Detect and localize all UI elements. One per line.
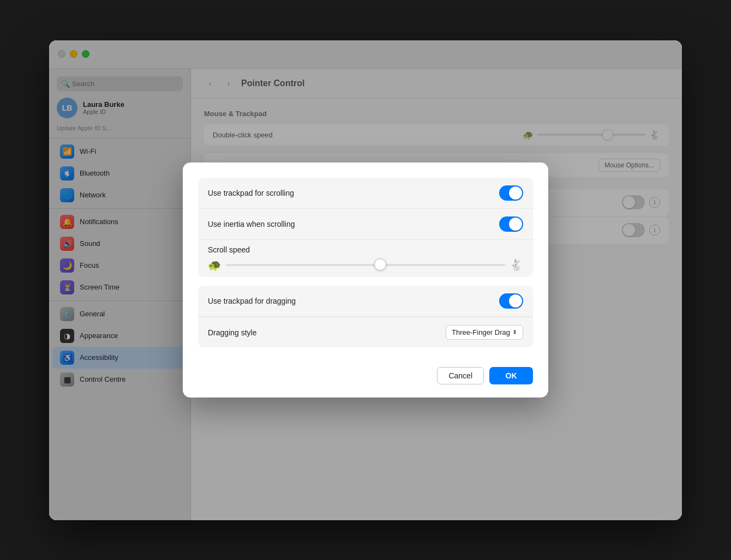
scrolling-section: Use trackpad for scrolling Use inertia w… [198,178,533,277]
ok-button[interactable]: OK [489,367,533,384]
use-trackpad-scrolling-toggle[interactable] [499,185,523,201]
use-inertia-scrolling-row: Use inertia when scrolling [198,209,533,240]
dragging-style-label: Dragging style [208,328,257,337]
dragging-section: Use trackpad for dragging Dragging style… [198,286,533,347]
dragging-style-value: Three-Finger Drag [452,328,510,336]
scroll-speed-slider-container: 🐢 🐇 [208,258,523,272]
use-trackpad-scrolling-row: Use trackpad for scrolling [198,178,533,209]
scroll-fast-icon: 🐇 [510,258,523,272]
dialog-body: Use trackpad for scrolling Use inertia w… [183,162,548,347]
use-trackpad-dragging-toggle[interactable] [499,293,523,309]
use-inertia-scrolling-label: Use inertia when scrolling [208,220,295,228]
scroll-speed-row: Scroll speed 🐢 🐇 [198,240,533,277]
cancel-button[interactable]: Cancel [437,367,484,384]
main-window: 🔍 LB Laura Burke Apple ID Update Apple I… [49,40,682,520]
scroll-speed-track[interactable] [226,264,505,266]
scroll-speed-label: Scroll speed [208,245,250,254]
scroll-speed-thumb[interactable] [374,258,386,270]
use-trackpad-dragging-row: Use trackpad for dragging [198,286,533,317]
dragging-style-select[interactable]: Three-Finger Drag ⬍ [446,325,523,340]
dialog-overlay: Use trackpad for scrolling Use inertia w… [49,40,682,520]
use-trackpad-dragging-label: Use trackpad for dragging [208,297,296,305]
use-trackpad-scrolling-label: Use trackpad for scrolling [208,189,294,197]
dragging-style-row: Dragging style Three-Finger Drag ⬍ [198,317,533,347]
scroll-slow-icon: 🐢 [208,258,221,272]
dialog-footer: Cancel OK [183,356,548,398]
dialog: Use trackpad for scrolling Use inertia w… [183,162,548,398]
chevron-updown-icon: ⬍ [512,329,517,336]
use-inertia-scrolling-toggle[interactable] [499,216,523,232]
scroll-speed-fill [226,264,380,266]
